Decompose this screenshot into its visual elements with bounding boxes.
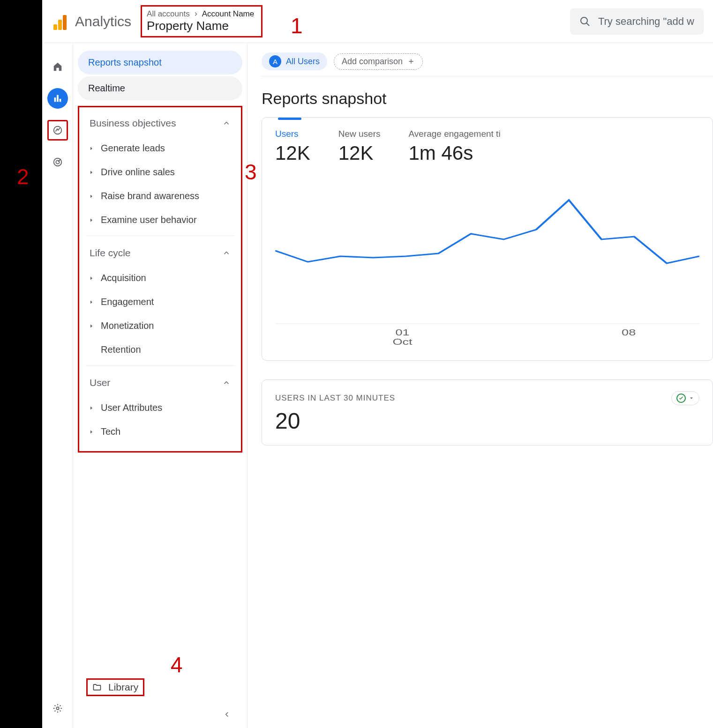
nav-home[interactable] [47, 56, 68, 77]
sidebar-item-user-attributes[interactable]: User Attributes [79, 396, 241, 420]
sidebar-item-retention[interactable]: Retention [79, 338, 241, 362]
metric-value: 12K [338, 142, 381, 164]
active-metric-indicator [278, 118, 301, 120]
section-user[interactable]: User [79, 370, 241, 396]
sidebar-item-tech[interactable]: Tech [79, 420, 241, 444]
nav-admin[interactable] [47, 698, 68, 719]
reports-sidebar: Reports snapshot Realtime Business objec… [73, 43, 248, 728]
caret-right-icon [89, 405, 94, 411]
svg-text:08: 08 [622, 328, 636, 337]
svg-rect-4 [59, 99, 61, 102]
metric-new-users[interactable]: New users 12K [338, 129, 381, 164]
card-status-dropdown[interactable] [671, 391, 699, 405]
caret-right-icon [89, 170, 94, 175]
search-icon [579, 16, 591, 27]
explore-icon [53, 125, 63, 135]
caret-right-icon [89, 275, 94, 281]
overview-card: Users 12K New users 12K Average engageme… [262, 117, 713, 361]
chevron-right-icon [193, 11, 199, 17]
section-title: User [90, 377, 110, 388]
caret-right-icon [89, 429, 94, 435]
search-placeholder: Try searching "add w [598, 15, 694, 28]
caret-right-icon [89, 323, 94, 329]
account-property-picker[interactable]: All accounts Account Name Property Name [141, 5, 263, 37]
caret-right-icon [89, 193, 94, 199]
metric-value: 12K [275, 142, 310, 164]
card2-value: 20 [275, 408, 699, 434]
metric-label: Average engagement ti [408, 129, 500, 139]
search-bar[interactable]: Try searching "add w [570, 8, 704, 35]
segment-label: All Users [286, 57, 320, 67]
add-comparison-button[interactable]: Add comparison [334, 53, 423, 70]
section-life-cycle[interactable]: Life cycle [79, 240, 241, 266]
metric-avg-engagement[interactable]: Average engagement ti 1m 46s [408, 129, 500, 164]
metrics-row: Users 12K New users 12K Average engageme… [275, 129, 699, 164]
home-icon [53, 61, 63, 72]
caret-right-icon [89, 299, 94, 305]
reports-icon [53, 93, 63, 104]
sidebar-item-drive-online-sales[interactable]: Drive online sales [79, 160, 241, 184]
annotation-1: 1 [291, 13, 303, 38]
sidebar-realtime[interactable]: Realtime [78, 76, 242, 100]
svg-line-1 [586, 23, 589, 26]
metric-users[interactable]: Users 12K [275, 129, 310, 164]
library-link[interactable]: Library [86, 678, 144, 696]
gear-icon [53, 703, 63, 713]
annotation-3: 3 [245, 159, 257, 185]
chevron-left-icon [223, 710, 231, 719]
logo[interactable]: Analytics [52, 13, 131, 30]
check-circle-icon [676, 394, 686, 403]
page-title: Reports snapshot [262, 89, 713, 108]
svg-point-8 [56, 707, 59, 710]
sidebar-item-monetization[interactable]: Monetization [79, 314, 241, 338]
section-business-objectives[interactable]: Business objectives [79, 110, 241, 136]
svg-rect-2 [54, 97, 56, 102]
target-icon [53, 157, 63, 167]
sidebar-item-engagement[interactable]: Engagement [79, 290, 241, 314]
sidebar-reports-snapshot[interactable]: Reports snapshot [78, 51, 242, 74]
svg-rect-3 [57, 95, 59, 102]
nav-rail [42, 43, 73, 728]
nav-reports[interactable] [47, 88, 68, 109]
collapse-sidebar-button[interactable] [78, 706, 242, 723]
library-label: Library [108, 682, 138, 693]
segment-all-users[interactable]: A All Users [262, 52, 327, 70]
sidebar-item-generate-leads[interactable]: Generate leads [79, 136, 241, 160]
metric-label: New users [338, 129, 381, 139]
add-comparison-label: Add comparison [342, 57, 403, 67]
svg-point-0 [581, 17, 587, 24]
annotation-4: 4 [171, 652, 183, 677]
svg-text:01: 01 [395, 328, 409, 337]
annotation-2: 2 [17, 164, 29, 189]
caret-down-icon [689, 395, 694, 401]
section-title: Business objectives [90, 118, 176, 129]
folder-icon [92, 683, 102, 692]
divider [86, 236, 234, 236]
logo-text: Analytics [75, 14, 131, 30]
library-row: Library [78, 669, 242, 706]
chevron-up-icon [222, 379, 231, 387]
plus-icon [407, 58, 415, 65]
divider [86, 365, 234, 366]
property-name: Property Name [147, 19, 256, 33]
realtime-users-card: USERS IN LAST 30 MINUTES 20 [262, 379, 713, 446]
breadcrumb-account-name: Account Name [202, 9, 255, 19]
app-header: Analytics All accounts Account Name Prop… [42, 0, 713, 43]
caret-right-icon [89, 217, 94, 223]
sidebar-item-examine-user-behavior[interactable]: Examine user behavior [79, 208, 241, 232]
filter-bar: A All Users Add comparison [262, 52, 713, 76]
analytics-logo-icon [52, 13, 68, 30]
users-trend-chart: 01 Oct 08 [275, 178, 699, 349]
sidebar-sections: Business objectives Generate leads Drive… [78, 106, 242, 453]
caret-right-icon [89, 146, 94, 151]
main-content: A All Users Add comparison Reports snaps… [248, 43, 713, 728]
breadcrumb-all-accounts: All accounts [147, 9, 190, 19]
sidebar-item-acquisition[interactable]: Acquisition [79, 266, 241, 290]
sidebar-item-raise-brand-awareness[interactable]: Raise brand awareness [79, 184, 241, 208]
segment-badge: A [269, 55, 281, 67]
nav-explore[interactable] [47, 120, 68, 141]
svg-text:Oct: Oct [392, 337, 413, 347]
card2-title: USERS IN LAST 30 MINUTES [275, 394, 395, 403]
nav-advertising[interactable] [47, 152, 68, 172]
metric-value: 1m 46s [408, 142, 500, 164]
